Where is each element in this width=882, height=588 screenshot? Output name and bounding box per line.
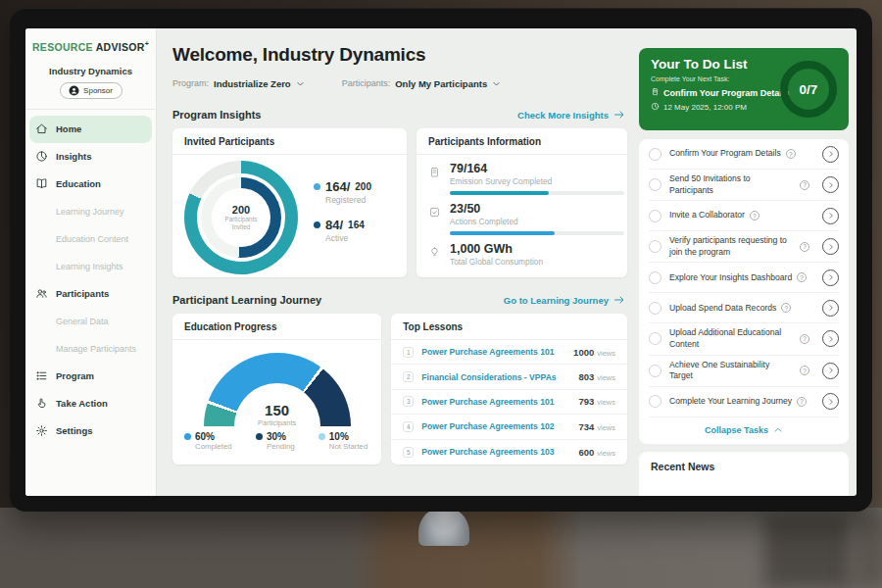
task-checkbox[interactable] bbox=[649, 178, 662, 191]
sidebar-item-general-data[interactable]: General Data bbox=[25, 308, 156, 335]
task-open-button[interactable] bbox=[822, 300, 839, 317]
sidebar-item-education-content[interactable]: Education Content bbox=[25, 225, 156, 253]
help-icon[interactable]: ? bbox=[800, 242, 809, 252]
chevron-down-icon bbox=[492, 74, 501, 92]
sidebar-item-label: General Data bbox=[56, 317, 109, 326]
invited-legend: 164/200 Registered 84/164 Active bbox=[314, 179, 371, 256]
sidebar-item-label: Take Action bbox=[56, 398, 108, 409]
legend-label: Registered bbox=[325, 195, 371, 205]
sidebar-item-label: Education bbox=[56, 178, 101, 189]
task-row[interactable]: Invite a Collaborator ? bbox=[649, 201, 839, 231]
task-checkbox[interactable] bbox=[649, 240, 662, 253]
task-row[interactable]: Explore Your Insights Dashboard ? bbox=[649, 263, 839, 293]
task-open-button[interactable] bbox=[822, 270, 839, 286]
help-icon[interactable]: ? bbox=[797, 272, 807, 282]
legend-value-denominator: 200 bbox=[355, 181, 371, 192]
task-row[interactable]: Upload Additional Educational Content ? bbox=[649, 323, 839, 355]
legend-label: Active bbox=[325, 233, 371, 243]
views-count: 793 bbox=[578, 396, 594, 407]
sidebar-item-learning-insights[interactable]: Learning Insights bbox=[25, 253, 156, 280]
task-checkbox[interactable] bbox=[649, 210, 662, 222]
sidebar-item-learning-journey[interactable]: Learning Journey bbox=[25, 198, 156, 225]
gauge-center: 150 Participants bbox=[204, 402, 351, 427]
go-to-learning-journey-link[interactable]: Go to Learning Journey bbox=[504, 295, 625, 306]
task-checkbox[interactable] bbox=[649, 302, 662, 315]
task-row[interactable]: Complete Your Learning Journey ? bbox=[649, 387, 839, 417]
logo-text-primary: RESOURCE bbox=[32, 41, 93, 53]
card-title: Participants Information bbox=[416, 128, 627, 155]
sidebar-item-education[interactable]: Education bbox=[25, 171, 156, 198]
help-icon[interactable]: ? bbox=[781, 303, 791, 313]
participants-information-card: Participants Information 79/164 Emission… bbox=[416, 128, 627, 277]
home-icon bbox=[35, 122, 48, 135]
participants-dropdown[interactable]: Participants: Only My Participants bbox=[342, 74, 502, 92]
background-shadow bbox=[764, 514, 853, 588]
task-checkbox[interactable] bbox=[649, 271, 662, 284]
sidebar-item-take-action[interactable]: Take Action bbox=[25, 390, 156, 417]
progress-bar-fill bbox=[450, 231, 555, 235]
sidebar: RESOURCE ADVISOR+ Industry Dynamics Spon… bbox=[25, 28, 157, 496]
participants-dropdown-label: Participants: bbox=[342, 78, 391, 88]
task-checkbox[interactable] bbox=[649, 332, 662, 345]
task-open-button[interactable] bbox=[822, 393, 839, 410]
lesson-link[interactable]: Power Purchase Agreements 101 bbox=[421, 397, 554, 407]
help-icon[interactable]: ? bbox=[750, 211, 760, 220]
sidebar-item-settings[interactable]: Settings bbox=[25, 417, 156, 445]
sidebar-item-program[interactable]: Program bbox=[25, 363, 156, 390]
task-open-button[interactable] bbox=[822, 330, 839, 347]
task-label: Complete Your Learning Journey bbox=[669, 396, 792, 408]
collapse-tasks-link[interactable]: Collapse Tasks bbox=[649, 417, 839, 444]
page-title: Welcome, Industry Dynamics bbox=[172, 44, 627, 66]
help-icon[interactable]: ? bbox=[800, 366, 809, 375]
donut-center-label: Participants bbox=[225, 216, 258, 223]
check-more-insights-link[interactable]: Check More Insights bbox=[517, 110, 625, 121]
help-icon[interactable]: ? bbox=[800, 334, 809, 344]
gauge-center-label: Participants bbox=[204, 418, 351, 427]
lesson-link[interactable]: Power Purchase Agreements 103 bbox=[421, 447, 554, 457]
filters-row: Program: Industrialize Zero Participants… bbox=[172, 74, 627, 92]
sidebar-item-participants[interactable]: Participants bbox=[25, 280, 156, 308]
task-row[interactable]: Upload Spend Data Records ? bbox=[649, 293, 839, 323]
help-icon[interactable]: ? bbox=[786, 149, 796, 159]
lesson-link[interactable]: Power Purchase Agreements 101 bbox=[421, 347, 554, 357]
task-row[interactable]: Send 50 Invitations to Participants ? bbox=[649, 170, 839, 201]
task-open-button[interactable] bbox=[822, 146, 839, 163]
task-checkbox[interactable] bbox=[649, 395, 662, 408]
task-label: Upload Additional Educational Content bbox=[669, 327, 795, 350]
todo-summary-card: Your To Do List Complete Your Next Task:… bbox=[639, 48, 849, 130]
task-open-button[interactable] bbox=[822, 363, 839, 379]
task-row[interactable]: Confirm Your Program Details ? bbox=[649, 139, 839, 170]
task-open-button[interactable] bbox=[822, 208, 839, 224]
program-dropdown[interactable]: Program: Industrialize Zero bbox=[172, 74, 305, 92]
task-row[interactable]: Achieve One Sustainability Target ? bbox=[649, 356, 839, 387]
task-open-button[interactable] bbox=[822, 238, 839, 255]
task-row[interactable]: Verify participants requesting to join t… bbox=[649, 231, 839, 263]
task-checkbox[interactable] bbox=[649, 365, 662, 377]
dashboard-screen: RESOURCE ADVISOR+ Industry Dynamics Spon… bbox=[25, 28, 857, 496]
rank-badge: 2 bbox=[403, 371, 414, 382]
chevron-down-icon bbox=[296, 74, 305, 92]
help-icon[interactable]: ? bbox=[800, 180, 809, 190]
sidebar-item-home[interactable]: Home bbox=[29, 116, 152, 143]
legend-percent: 60% bbox=[195, 431, 215, 442]
progress-bar bbox=[450, 231, 624, 235]
arrow-right-icon bbox=[613, 110, 625, 120]
sidebar-item-label: Home bbox=[56, 123, 81, 134]
task-checkbox[interactable] bbox=[649, 148, 662, 161]
recent-news-title: Recent News bbox=[651, 461, 837, 472]
legend-active: 84/164 Active bbox=[314, 218, 371, 243]
lesson-link[interactable]: Financial Considerations - VPPAs bbox=[421, 372, 556, 382]
program-dropdown-value: Industrialize Zero bbox=[214, 78, 291, 89]
link-label: Check More Insights bbox=[517, 110, 609, 121]
stat-value: 79/164 bbox=[450, 162, 624, 175]
sidebar-item-insights[interactable]: Insights bbox=[25, 143, 156, 171]
task-open-button[interactable] bbox=[822, 176, 839, 193]
help-icon[interactable]: ? bbox=[797, 397, 807, 407]
todo-panel: Your To Do List Complete Your Next Task:… bbox=[635, 28, 857, 496]
legend-dot bbox=[256, 433, 263, 440]
lesson-link[interactable]: Power Purchase Agreements 102 bbox=[421, 421, 554, 431]
sidebar-item-manage-participants[interactable]: Manage Participants bbox=[25, 335, 156, 363]
gauge-center-value: 150 bbox=[204, 402, 351, 418]
list-icon bbox=[35, 369, 48, 382]
legend-dot bbox=[318, 433, 325, 440]
